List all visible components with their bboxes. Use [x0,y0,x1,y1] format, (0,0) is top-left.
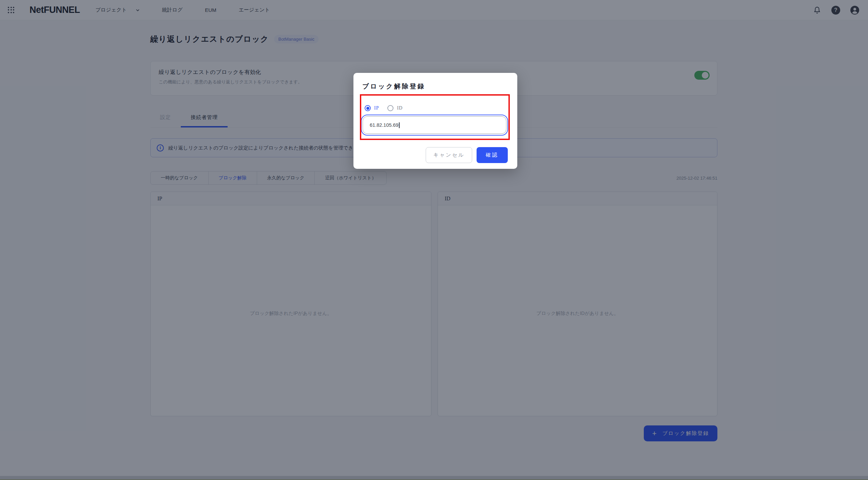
target-type-radio-group: IP ID [365,105,403,111]
radio-ip-label: IP [374,105,379,111]
input-value-text: 61.82.105.69 [370,122,399,128]
modal-button-row: キャンセル 確認 [426,147,508,163]
radio-option-ip[interactable]: IP [365,105,379,111]
unblock-target-input[interactable]: 61.82.105.69 [363,116,506,134]
app-root: NetFUNNEL プロジェクト 統計ログ EUM エージェント [0,0,868,480]
radio-id-circle [387,105,393,111]
radio-ip-circle [365,105,371,111]
text-caret [399,122,400,128]
cancel-button[interactable]: キャンセル [426,147,472,163]
radio-option-id[interactable]: ID [387,105,403,111]
radio-id-label: ID [397,105,403,111]
unblock-register-modal: ブロック解除登録 IP ID 61.82.105.69 キャンセル 確認 [353,73,517,169]
modal-backdrop[interactable] [0,0,868,480]
modal-title: ブロック解除登録 [362,82,425,91]
confirm-button[interactable]: 確認 [477,147,508,163]
